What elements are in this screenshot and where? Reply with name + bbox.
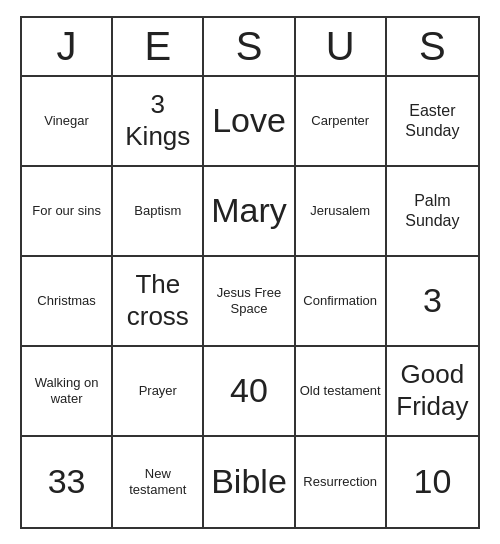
bingo-cell-18: Old testament (296, 347, 387, 437)
bingo-card: JESUS Vinegar3 KingsLoveCarpenterEaster … (10, 6, 490, 539)
bingo-cell-22: Bible (204, 437, 295, 527)
bingo-cell-7: Mary (204, 167, 295, 257)
bingo-cell-0: Vinegar (22, 77, 113, 167)
header-letter-s-2: S (204, 18, 295, 75)
bingo-cell-1: 3 Kings (113, 77, 204, 167)
bingo-cell-12: Jesus Free Space (204, 257, 295, 347)
bingo-cell-13: Confirmation (296, 257, 387, 347)
bingo-cell-24: 10 (387, 437, 478, 527)
bingo-cell-19: Good Friday (387, 347, 478, 437)
header-letter-s-4: S (387, 18, 478, 75)
bingo-cell-2: Love (204, 77, 295, 167)
bingo-cell-8: Jerusalem (296, 167, 387, 257)
bingo-cell-15: Walking on water (22, 347, 113, 437)
bingo-grid: Vinegar3 KingsLoveCarpenterEaster Sunday… (20, 75, 480, 529)
header-letter-j-0: J (22, 18, 113, 75)
bingo-cell-14: 3 (387, 257, 478, 347)
bingo-cell-23: Resurrection (296, 437, 387, 527)
bingo-cell-3: Carpenter (296, 77, 387, 167)
bingo-cell-5: For our sins (22, 167, 113, 257)
bingo-header: JESUS (20, 16, 480, 75)
bingo-cell-17: 40 (204, 347, 295, 437)
header-letter-e-1: E (113, 18, 204, 75)
header-letter-u-3: U (296, 18, 387, 75)
bingo-cell-16: Prayer (113, 347, 204, 437)
bingo-cell-21: New testament (113, 437, 204, 527)
bingo-cell-9: Palm Sunday (387, 167, 478, 257)
bingo-cell-10: Christmas (22, 257, 113, 347)
bingo-cell-20: 33 (22, 437, 113, 527)
bingo-cell-4: Easter Sunday (387, 77, 478, 167)
bingo-cell-11: The cross (113, 257, 204, 347)
bingo-cell-6: Baptism (113, 167, 204, 257)
